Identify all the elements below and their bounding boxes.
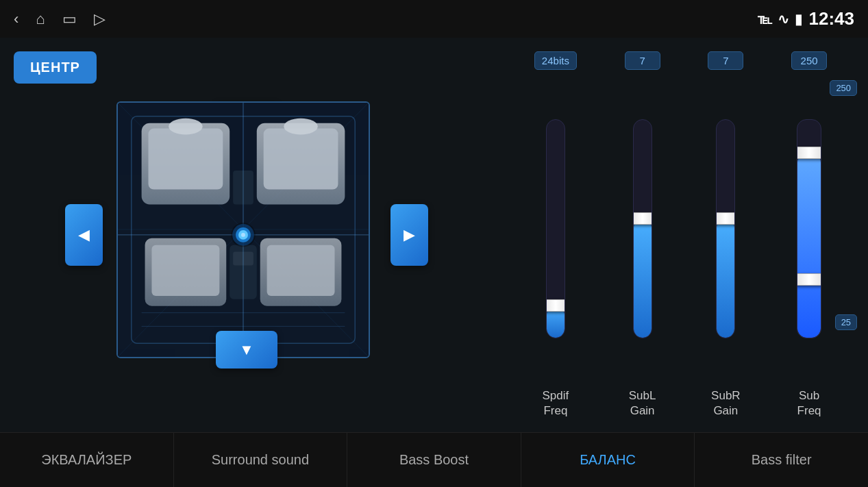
spdif-track[interactable] bbox=[546, 119, 565, 338]
status-right: ℡ ∿ ▮ 12:43 bbox=[758, 8, 855, 29]
spdif-slider-column: 24bits SpdifFreq bbox=[534, 51, 577, 419]
clock: 12:43 bbox=[809, 8, 855, 29]
tab-balance[interactable]: БАЛАНС bbox=[521, 433, 695, 487]
main-content: ЦЕНТР ▲ bbox=[0, 38, 868, 432]
svg-point-13 bbox=[284, 118, 317, 135]
subl-track-container[interactable] bbox=[633, 77, 652, 382]
tab-bassboost[interactable]: Bass Boost bbox=[347, 433, 521, 487]
subfreq-thumb-top[interactable] bbox=[797, 147, 821, 159]
tab-equalizer[interactable]: ЭКВАЛАЙЗЕР bbox=[0, 433, 174, 487]
subfreq-thumb-bottom[interactable] bbox=[797, 273, 821, 286]
down-arrow-icon: ▼ bbox=[239, 341, 254, 359]
nav-controls: ‹ ⌂ ▭ ▷ bbox=[14, 10, 106, 28]
bottom-nav: ЭКВАЛАЙЗЕР Surround sound Bass Boost БАЛ… bbox=[0, 432, 868, 487]
svg-rect-9 bbox=[149, 129, 223, 190]
subr-track[interactable] bbox=[716, 119, 735, 338]
status-icons: ℡ ∿ ▮ bbox=[758, 11, 802, 27]
bluetooth-icon: ℡ bbox=[758, 11, 772, 27]
subl-slider-column: 7 SubLGain bbox=[625, 51, 660, 419]
home-icon[interactable]: ⌂ bbox=[36, 10, 45, 28]
subr-thumb[interactable] bbox=[716, 212, 735, 225]
subr-label: SubRGain bbox=[711, 388, 741, 419]
flag-icon[interactable]: ▷ bbox=[94, 10, 106, 28]
subfreq-slider-column: 250 250 25 SubFreq bbox=[791, 51, 827, 419]
svg-rect-18 bbox=[267, 245, 335, 296]
subr-slider-column: 7 SubRGain bbox=[708, 51, 743, 419]
subl-track[interactable] bbox=[633, 119, 652, 338]
subfreq-top-side-value: 250 bbox=[830, 80, 857, 96]
right-panel: 24bits SpdifFreq 7 SubLGain bbox=[493, 38, 868, 432]
spdif-value-top: 24bits bbox=[534, 51, 577, 70]
spdif-thumb[interactable] bbox=[546, 299, 565, 312]
tab-surround[interactable]: Surround sound bbox=[174, 433, 348, 487]
subfreq-value-top: 250 bbox=[791, 51, 827, 70]
svg-point-10 bbox=[169, 118, 202, 135]
subr-value-top: 7 bbox=[708, 51, 743, 70]
subl-thumb[interactable] bbox=[633, 212, 652, 225]
subfreq-fill bbox=[797, 153, 821, 338]
center-button[interactable]: ЦЕНТР bbox=[14, 51, 97, 84]
tab-bassfilter[interactable]: Bass filter bbox=[695, 433, 868, 487]
back-icon[interactable]: ‹ bbox=[14, 10, 18, 28]
copy-icon[interactable]: ▭ bbox=[62, 10, 77, 28]
subl-label: SubLGain bbox=[629, 388, 656, 419]
arrow-left-button[interactable]: ◀ bbox=[65, 204, 103, 266]
balance-area: ▲ bbox=[116, 101, 377, 369]
subfreq-track[interactable] bbox=[797, 119, 821, 338]
subr-track-container[interactable] bbox=[716, 77, 735, 382]
spdif-label: SpdifFreq bbox=[543, 388, 569, 419]
svg-rect-12 bbox=[264, 129, 338, 190]
subfreq-label: SubFreq bbox=[797, 388, 821, 419]
status-bar: ‹ ⌂ ▭ ▷ ℡ ∿ ▮ 12:43 bbox=[0, 0, 868, 38]
wifi-icon: ∿ bbox=[778, 11, 789, 27]
arrow-right-button[interactable]: ▶ bbox=[390, 204, 428, 266]
svg-point-29 bbox=[241, 233, 245, 237]
right-arrow-icon: ▶ bbox=[404, 226, 415, 244]
left-arrow-icon: ◀ bbox=[78, 226, 90, 244]
battery-icon: ▮ bbox=[795, 11, 802, 27]
svg-rect-16 bbox=[151, 245, 219, 296]
arrow-down-button[interactable]: ▼ bbox=[216, 331, 277, 369]
subr-fill bbox=[717, 218, 734, 338]
left-panel: ЦЕНТР ▲ bbox=[0, 38, 493, 432]
car-view bbox=[116, 101, 370, 358]
spdif-track-container[interactable] bbox=[546, 77, 565, 382]
car-interior-svg bbox=[118, 103, 369, 357]
subl-fill bbox=[634, 218, 652, 338]
subfreq-bottom-side-value: 25 bbox=[835, 314, 857, 330]
subl-value-top: 7 bbox=[625, 51, 660, 70]
subfreq-track-container[interactable]: 250 25 bbox=[797, 77, 821, 382]
